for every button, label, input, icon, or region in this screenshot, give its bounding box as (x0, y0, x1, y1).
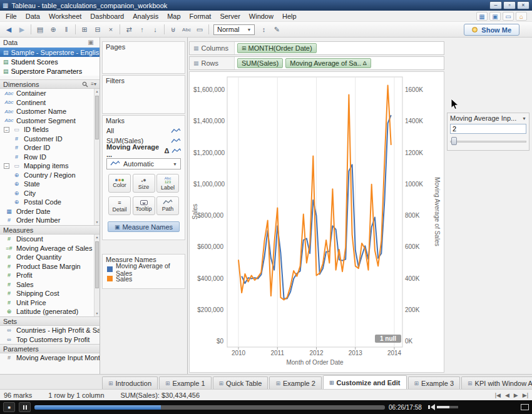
volume-control[interactable] (428, 404, 458, 410)
label-button[interactable]: Abc123Label (156, 174, 179, 193)
field-item[interactable]: ∞Countries - High Profit & Sales (0, 326, 100, 335)
field-item[interactable]: #Profit (0, 271, 100, 280)
sort-descending-icon[interactable]: ↓ (149, 24, 161, 35)
highlight-icon[interactable]: ✎ (270, 24, 283, 35)
field-item[interactable]: ▦Order Date (0, 207, 100, 216)
columns-shelf[interactable]: ▦ Columns ⊞MONTH(Order Date) (189, 41, 444, 55)
close-button[interactable]: × (517, 1, 529, 9)
parameter-value-input[interactable] (450, 124, 526, 134)
menu-map[interactable]: Map (163, 13, 185, 20)
scroll-down-icon[interactable]: ▼ (95, 311, 100, 316)
tooltip-button[interactable]: Tooltip (133, 196, 155, 215)
field-item[interactable]: AbcContinent (0, 98, 100, 108)
view-options-icon[interactable]: ≡▾ (91, 81, 96, 87)
marks-layer-row[interactable]: All (103, 126, 185, 136)
field-item[interactable]: #Discount (0, 235, 100, 244)
show-mark-labels-icon[interactable]: Abc (180, 24, 193, 35)
data-panel-menu-icon[interactable]: ▣ (85, 38, 96, 47)
menu-worksheet[interactable]: Worksheet (44, 13, 86, 20)
tab-example-3[interactable]: ⊞Example 3 (408, 376, 461, 389)
duplicate-sheet-icon[interactable]: ⊟ (91, 24, 104, 35)
marks-layer-row[interactable]: Moving Average ...Δ (103, 146, 185, 156)
field-pill[interactable]: SUM(Sales) (237, 58, 283, 68)
field-item[interactable]: #Unit Price (0, 298, 100, 308)
field-item[interactable]: #Row ID (0, 153, 100, 162)
tab-example-2[interactable]: ⊞Example 2 (269, 376, 322, 389)
field-item[interactable]: #Customer ID (0, 134, 100, 144)
prev-tab-icon[interactable]: ◀ (505, 392, 509, 398)
field-item[interactable]: #Order ID (0, 143, 100, 153)
save-icon[interactable]: ▤ (34, 24, 46, 35)
next-tab-icon[interactable]: ▶ (514, 392, 518, 398)
scroll-down-icon[interactable]: ▼ (95, 220, 100, 225)
tab-quick-table[interactable]: ⊞Quick Table (213, 376, 269, 389)
datasource-item[interactable]: ▤Student Scores (0, 57, 100, 66)
scroll-up-icon[interactable]: ▲ (95, 235, 100, 240)
menu-file[interactable]: File (1, 13, 21, 20)
group-members-icon[interactable]: ⊎ (167, 24, 180, 35)
sort-ascending-icon[interactable]: ↑ (136, 24, 148, 35)
favorites-icon[interactable]: ⌂ (516, 12, 527, 21)
menu-help[interactable]: Help (278, 13, 301, 20)
scroll-thumb[interactable] (95, 241, 99, 288)
field-item[interactable]: =#Moving Average of Sales (0, 244, 100, 253)
add-data-icon[interactable]: ⊕ (47, 24, 59, 35)
presentation-icon[interactable]: ▭ (503, 12, 514, 21)
volume-slider[interactable] (437, 406, 458, 408)
collapse-expander-icon[interactable]: – (4, 163, 9, 169)
menu-format[interactable]: Format (185, 13, 216, 20)
pages-shelf[interactable]: Pages (102, 41, 185, 74)
filters-shelf[interactable]: Filters (102, 75, 185, 114)
field-item[interactable]: #Sales (0, 280, 100, 290)
size-button[interactable]: ●●Size (133, 174, 155, 193)
measure-names-pill[interactable]: ▣ Measure Names (108, 221, 180, 232)
tab-example-1[interactable]: ⊞Example 1 (159, 376, 212, 389)
stop-button[interactable]: ■ (3, 402, 15, 412)
collapse-expander-icon[interactable]: – (4, 127, 9, 133)
color-button[interactable]: Color (108, 174, 131, 193)
path-button[interactable]: Path (156, 196, 179, 215)
fix-axes-icon[interactable]: ↕ (257, 24, 270, 35)
datasource-item[interactable]: ▤Sample - Superstore - English ... (0, 48, 100, 57)
menu-dashboard[interactable]: Dashboard (86, 13, 128, 20)
legend-entry[interactable]: Moving Average of Sales (103, 265, 185, 274)
menu-data[interactable]: Data (21, 13, 44, 20)
dashboard-icon[interactable]: ▣ (489, 12, 501, 21)
field-item[interactable]: ∞Top Customers by Profit (0, 335, 100, 345)
fullscreen-icon[interactable] (521, 404, 529, 410)
parameter-menu-icon[interactable]: ▼ (522, 116, 526, 121)
tab-customize-and-edit[interactable]: ⊞Customize and Edit (323, 375, 407, 389)
clear-sheet-icon[interactable]: × (105, 24, 117, 35)
new-worksheet-icon[interactable]: ⊞ (78, 24, 91, 35)
field-item[interactable]: ⊕City (0, 189, 100, 198)
swap-rows-columns-icon[interactable]: ⇄ (123, 24, 135, 35)
menu-server[interactable]: Server (215, 13, 244, 20)
field-item[interactable]: #Product Base Margin (0, 262, 100, 271)
field-item[interactable]: –▭ID fields (0, 125, 100, 134)
field-item[interactable]: ⊕State (0, 179, 100, 189)
field-item[interactable]: #Moving Average Input Mont... (0, 353, 100, 363)
field-pill[interactable]: ⊞MONTH(Order Date) (237, 43, 317, 53)
field-item[interactable]: ⊕Latitude (generated) (0, 307, 100, 316)
search-icon[interactable] (82, 81, 88, 88)
worksheet-icon[interactable]: ▦ (476, 12, 488, 21)
last-tab-icon[interactable]: ▶| (523, 392, 528, 398)
fit-selector-dropdown[interactable]: Normal▼ (213, 24, 255, 35)
viz-canvas[interactable] (190, 72, 444, 372)
forward-icon[interactable]: ▶ (16, 24, 28, 35)
field-item[interactable]: AbcCustomer Segment (0, 116, 100, 126)
null-indicator-badge[interactable]: 1 null (375, 335, 401, 343)
field-pill[interactable]: Moving Average of Sa..Δ (285, 58, 371, 68)
presentation-mode-icon[interactable]: ▭ (193, 24, 206, 35)
pause-button[interactable] (19, 402, 31, 412)
field-item[interactable]: ⊕Country / Region (0, 171, 100, 180)
menu-window[interactable]: Window (245, 13, 278, 20)
viz-chart[interactable]: Sales Moving Average of Sales Month of O… (189, 71, 444, 373)
back-icon[interactable]: ◀ (3, 24, 15, 35)
parameter-slider[interactable] (450, 135, 526, 148)
first-tab-icon[interactable]: |◀ (495, 392, 501, 398)
show-me-button[interactable]: Show Me (464, 24, 519, 36)
mark-type-dropdown[interactable]: Automatic ▼ (106, 158, 181, 169)
field-item[interactable]: #Shipping Cost (0, 289, 100, 298)
scroll-up-icon[interactable]: ▲ (95, 89, 100, 94)
